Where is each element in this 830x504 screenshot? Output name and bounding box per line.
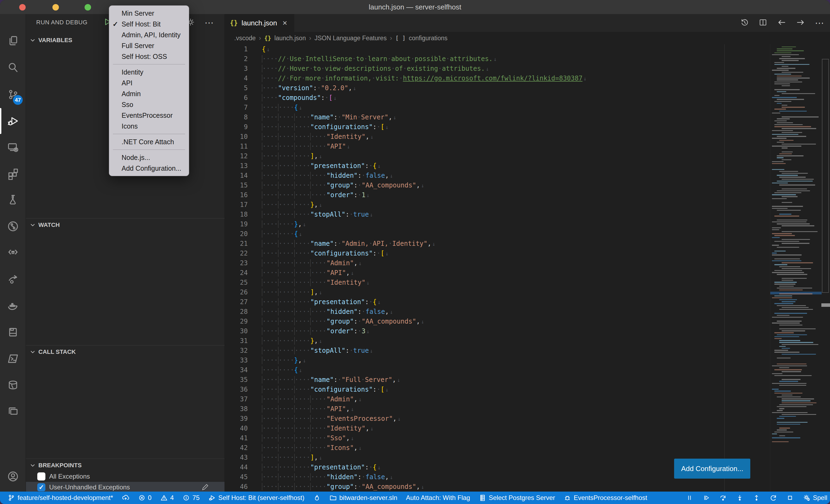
code-line[interactable]: 5····"version":·"0.2.0",↓ [225, 83, 769, 93]
add-configuration-button[interactable]: Add Configuration... [674, 459, 750, 479]
edit-condition-pencil-icon[interactable] [201, 483, 210, 493]
code-line[interactable]: 40················"Identity",↓ [225, 424, 769, 433]
code-line[interactable]: 31············},↓ [225, 336, 769, 346]
code-line[interactable]: 33········},↓ [225, 356, 769, 365]
code-line[interactable]: 13············"presentation":·{↓ [225, 161, 769, 171]
code-line[interactable]: 1{↓ [225, 44, 769, 54]
status-item-self-host-bit-server-selfhost[interactable]: Self Host: Bit (server-selfhost) [208, 494, 305, 502]
menu-item-api[interactable]: API [109, 77, 189, 88]
code-line[interactable]: 27············"presentation":·{↓ [225, 297, 769, 307]
checkbox-checked[interactable]: ✓ [37, 483, 45, 491]
editor-more-actions-icon[interactable]: ⋯ [815, 18, 824, 28]
tab-launch-json[interactable]: {} launch.json × [225, 14, 294, 32]
status-item-bitwarden-server-sln[interactable]: bitwarden-server.sln [329, 494, 397, 502]
menu-item-add-configuration[interactable]: Add Configuration... [109, 163, 189, 174]
split-editor-icon[interactable] [759, 18, 767, 28]
checkbox-unchecked[interactable] [37, 472, 45, 480]
status-item-pause[interactable] [686, 494, 693, 502]
code-line[interactable]: 2····//·Use·IntelliSense·to·learn·about·… [225, 54, 769, 64]
activity-bar-item-braces-face-icon[interactable] [0, 240, 26, 266]
navigate-forward-icon[interactable] [796, 18, 805, 28]
breadcrumb-item[interactable]: JSON Language Features [315, 35, 387, 42]
menu-item-net-core-attach[interactable]: .NET Core Attach [109, 136, 189, 147]
scrollbar-slider[interactable] [822, 59, 829, 293]
code-line[interactable]: 8············"name":·"Min·Server",↓ [225, 112, 769, 122]
activity-bar-item-terminal-icon[interactable] [0, 346, 26, 372]
close-tab-icon[interactable]: × [282, 19, 287, 28]
activity-bar-item-storage-icon[interactable] [0, 319, 26, 345]
activity-bar-item-live-share-icon[interactable] [0, 266, 26, 292]
activity-bar-item-search-icon[interactable] [0, 55, 26, 80]
code-line[interactable]: 42················"Icons",↓ [225, 443, 769, 453]
section-divider[interactable] [26, 459, 225, 459]
breadcrumb-item[interactable]: configurations [409, 35, 447, 42]
activity-bar-item-extensions-icon[interactable] [0, 161, 26, 187]
code-line[interactable]: 12············],↓ [225, 151, 769, 161]
code-line[interactable]: 6····"compounds":·[↓ [225, 93, 769, 103]
code-line[interactable]: 16················"order":·1↓ [225, 190, 769, 200]
code-line[interactable]: 28················"hidden":·false,↓ [225, 307, 769, 316]
section-watch[interactable]: WATCH [26, 219, 225, 231]
activity-bar-item-postgresql-icon[interactable] [0, 372, 26, 398]
code-line[interactable]: 23················"Admin",↓ [225, 258, 769, 268]
status-item-flame[interactable] [313, 494, 321, 502]
code-line[interactable]: 24················"API",↓ [225, 268, 769, 278]
code-line[interactable]: 20········{↓ [225, 229, 769, 239]
code-line[interactable]: 3····//·Hover·to·view·descriptions·of·ex… [225, 64, 769, 73]
code-line[interactable]: 38················"API",↓ [225, 404, 769, 414]
code-line[interactable]: 21············"name":·"Admin,·API,·Ident… [225, 239, 769, 248]
timeline-history-icon[interactable] [740, 18, 749, 28]
overview-ruler[interactable] [821, 44, 830, 492]
status-item-auto-attach-with-flag[interactable]: Auto Attach: With Flag [406, 494, 470, 502]
code-line[interactable]: 14················"hidden":·false,↓ [225, 171, 769, 180]
activity-bar-item-explorer-icon[interactable] [0, 28, 26, 54]
breadcrumb-item[interactable]: .vscode [234, 35, 256, 42]
navigate-back-icon[interactable] [777, 18, 786, 28]
code-line[interactable]: 17············},↓ [225, 200, 769, 210]
code-line[interactable]: 22············"configurations":·[↓ [225, 248, 769, 258]
menu-item-sso[interactable]: Sso [109, 99, 189, 110]
minimap[interactable] [770, 44, 821, 492]
code-line[interactable]: 18············"stopAll":·true↓ [225, 210, 769, 219]
activity-bar-item-source-control-icon[interactable] [0, 81, 26, 107]
code-line[interactable]: 11················"API"↓ [225, 141, 769, 151]
code-line[interactable]: 30················"order":·3↓ [225, 326, 769, 336]
menu-item-admin-api-identity[interactable]: Admin, API, Identity [109, 29, 189, 40]
code-line[interactable]: 34········{↓ [225, 365, 769, 375]
status-item-cloud-upload[interactable] [122, 494, 129, 502]
code-line[interactable]: 15················"group":·"AA_compounds… [225, 180, 769, 190]
code-line[interactable]: 36············"configurations":·[↓ [225, 384, 769, 394]
menu-item-self-host-oss[interactable]: Self Host: OSS [109, 51, 189, 62]
status-item-continue[interactable] [702, 494, 710, 502]
activity-bar-item-git-graph-icon[interactable] [0, 213, 26, 239]
code-line[interactable]: 32············"stopAll":·true↓ [225, 346, 769, 356]
status-item-restart[interactable] [769, 494, 777, 502]
activity-bar-item-docker-icon[interactable] [0, 293, 26, 319]
menu-item-icons[interactable]: Icons [109, 121, 189, 132]
code-line[interactable]: 41················"Sso",↓ [225, 433, 769, 443]
status-item-eventsprocessor-selfhost[interactable]: EventsProcessor-selfhost [564, 494, 647, 502]
status-item-stop[interactable] [786, 494, 794, 502]
breakpoint-all-exceptions[interactable]: All Exceptions [26, 471, 225, 482]
menu-item-node-js[interactable]: Node.js... [109, 152, 189, 163]
section-call-stack[interactable]: CALL STACK [26, 346, 225, 358]
activity-bar-item-remote-explorer-icon[interactable] [0, 135, 26, 161]
breadcrumb-item[interactable]: launch.json [275, 35, 306, 42]
section-divider[interactable] [26, 218, 225, 219]
code-line[interactable]: 10················"Identity",↓ [225, 132, 769, 141]
status-item-feature-self-hosted-development[interactable]: feature/self-hosted-development* [7, 494, 113, 502]
code-line[interactable]: 26············],↓ [225, 288, 769, 297]
code-line[interactable]: 4····//·For·more·information,·visit:·htt… [225, 73, 769, 83]
activity-bar-item-windows-icon[interactable] [0, 399, 26, 425]
activity-bar-item-testing-icon[interactable] [0, 187, 26, 213]
section-breakpoints[interactable]: BREAKPOINTS [26, 460, 225, 471]
code-line[interactable]: 19········},↓ [225, 219, 769, 229]
status-item-4[interactable]: 4 [160, 494, 174, 502]
menu-item-identity[interactable]: Identity [109, 67, 189, 77]
status-item-step-out[interactable] [753, 494, 760, 502]
status-item-step-into[interactable] [736, 494, 743, 502]
menu-item-eventsprocessor[interactable]: EventsProcessor [109, 110, 189, 121]
code-line[interactable]: 39················"EventsProcessor",↓ [225, 414, 769, 424]
menu-item-min-server[interactable]: Min Server [109, 8, 189, 19]
code-line[interactable]: 7········{↓ [225, 103, 769, 112]
